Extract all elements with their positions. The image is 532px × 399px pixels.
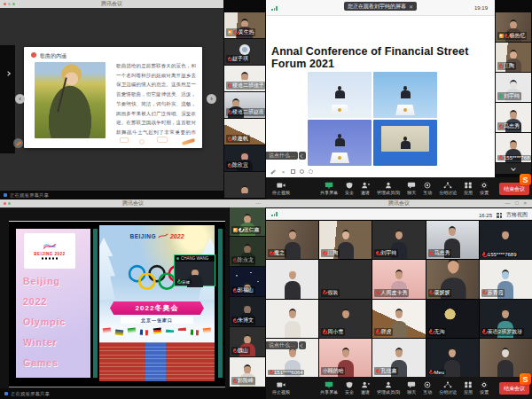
- participant-tile[interactable]: [266, 260, 318, 298]
- collapse-sidebar-button[interactable]: [496, 163, 531, 174]
- participant-tile[interactable]: 周小雪: [319, 300, 372, 338]
- participants-sidebar: 黄生热 赵子琪 楼道二班张子涵 楼道二班赵雨晴 欧趣帆 陈欣宜: [223, 0, 266, 200]
- collapse-chat-button[interactable]: [299, 341, 306, 349]
- presentation-area: 歌曲的内涵 歌曲描绘的是前苏联春天的景色，和一个名叫喀秋莎的姑娘对离开故乡去保卫…: [0, 8, 223, 200]
- participant-tile[interactable]: 张仁鑫: [230, 207, 265, 236]
- participant-tile[interactable]: 英语2班罗敦珍: [480, 300, 532, 338]
- participant-tile[interactable]: 杨热忆: [496, 12, 531, 42]
- annotate-pencil-icon[interactable]: [270, 169, 276, 174]
- mic-muted-icon: [376, 369, 379, 374]
- close-icon[interactable]: ✕: [409, 4, 413, 10]
- mic-muted-icon: [323, 290, 326, 295]
- annotate-close-icon[interactable]: ×: [280, 168, 286, 175]
- apps-button[interactable]: 应用: [464, 182, 473, 196]
- participant-label: 江陶: [497, 62, 516, 70]
- share-note: 正在观看屏幕共享: [10, 192, 49, 199]
- participant-tile[interactable]: 假装: [319, 260, 372, 298]
- participant-tile[interactable]: 康媛媛: [426, 260, 479, 298]
- mic-active-icon: [177, 279, 181, 285]
- participant-tile[interactable]: 楼道二班赵雨晴: [224, 92, 265, 118]
- participant-tile[interactable]: 马志秀: [426, 221, 479, 259]
- grid-view-button[interactable]: 宫格视图: [506, 211, 528, 219]
- participant-tile[interactable]: 人间皮卡秀: [372, 260, 425, 298]
- interaction-button[interactable]: 互动: [423, 381, 432, 395]
- share-screen-button[interactable]: 共享屏幕: [320, 381, 338, 395]
- manage-members-button[interactable]: 管理成员(9): [377, 182, 400, 196]
- participant-label: 郭福山: [231, 286, 255, 294]
- mic-muted-icon: [482, 252, 486, 257]
- interaction-button[interactable]: 互动: [423, 182, 432, 196]
- breakout-rooms-button[interactable]: 分组讨论: [439, 381, 457, 395]
- window-controls[interactable]: — □ ×: [505, 200, 528, 207]
- participant-tile[interactable]: 魏山: [230, 327, 265, 356]
- window-controls[interactable]: [4, 3, 15, 5]
- apps-button[interactable]: 应用: [464, 381, 473, 395]
- stop-video-button[interactable]: 停止视频: [272, 182, 290, 196]
- participant-tile[interactable]: 魔之: [266, 221, 318, 259]
- participant-tile[interactable]: 陈欣宜: [224, 145, 265, 171]
- pencil-icon: [16, 141, 21, 145]
- annotate-laser-icon[interactable]: [300, 169, 304, 174]
- participant-tile[interactable]: 苏青霞: [480, 260, 532, 298]
- collapse-chat-button[interactable]: [299, 152, 306, 160]
- annotate-settings-icon[interactable]: [309, 169, 313, 174]
- participant-label: 宋健: [176, 279, 192, 285]
- window-more-controls[interactable]: ⋯: [255, 200, 262, 207]
- participant-tile[interactable]: 楼道二班张子涵: [224, 66, 265, 91]
- annotate-shape-icon[interactable]: [291, 169, 295, 174]
- participant-tile[interactable]: 欧趣帆: [224, 119, 265, 145]
- participant-tile[interactable]: 陈永龙: [230, 237, 265, 266]
- window-controls[interactable]: [4, 202, 11, 205]
- participant-tile[interactable]: 江陶: [319, 221, 372, 259]
- participant-tile[interactable]: Meu: [426, 339, 479, 377]
- quick-chat-pill[interactable]: 说点什么…: [266, 152, 306, 160]
- settings-button[interactable]: 设置: [480, 182, 489, 196]
- participant-tile[interactable]: 小顾的哈: [319, 339, 372, 377]
- participant-tile[interactable]: 155****7689: [496, 133, 531, 162]
- participants-sidebar: 杨热忆 江陶 刘宇纯 马志秀 155****7689: [495, 0, 532, 177]
- presentation-slide: 歌曲的内涵 歌曲描绘的是前苏联春天的景色，和一个名叫喀秋莎的姑娘对离开故乡去保卫…: [24, 47, 202, 148]
- participant-tile[interactable]: 刘宇纯: [372, 221, 425, 259]
- invite-button[interactable]: 邀请: [361, 381, 370, 395]
- collapsed-panel[interactable]: [0, 45, 15, 153]
- participant-tile[interactable]: 胖虎: [372, 300, 425, 338]
- previous-slide-button[interactable]: ‹: [15, 94, 25, 104]
- annotate-button[interactable]: [13, 138, 23, 148]
- meeting-window-bottom-right: 腾讯会议 — □ × 16:25 宫格视图 魔之 江陶 刘宇纯 马志秀 155*…: [266, 200, 532, 399]
- breakout-icon: [443, 381, 452, 388]
- chat-button[interactable]: 聊天: [407, 381, 416, 395]
- share-status-bar: 正在观看屏幕共享: [0, 388, 229, 399]
- participant-tile[interactable]: [224, 172, 265, 198]
- share-screen-button[interactable]: 共享屏幕: [320, 182, 338, 196]
- floating-speaker-thumbnail[interactable]: CHANG WANG 宋健: [174, 254, 215, 286]
- security-button[interactable]: 安全: [345, 381, 354, 395]
- members-icon: [384, 182, 393, 189]
- participant-tile[interactable]: 江陶: [496, 43, 531, 72]
- decorative-doodle: [157, 137, 168, 143]
- settings-button[interactable]: 设置: [480, 381, 489, 395]
- quick-chat-pill[interactable]: 说点什么…: [266, 341, 306, 349]
- participant-tile[interactable]: 黄生热: [224, 12, 265, 38]
- participant-tile[interactable]: 刘宇纯: [496, 73, 531, 102]
- participant-label: 陈欣宜: [226, 161, 250, 169]
- participant-tile[interactable]: 孔佳鑫: [372, 339, 425, 377]
- participant-tile[interactable]: 郭险峰: [230, 357, 265, 387]
- participant-tile[interactable]: 郭福山: [230, 267, 265, 296]
- network-signal-icon: [271, 212, 278, 216]
- participant-label: Meu: [428, 370, 446, 375]
- mic-muted-icon: [233, 30, 237, 35]
- participant-tile[interactable]: 155****7689: [480, 221, 532, 259]
- manage-members-button[interactable]: 管理成员(9): [377, 381, 400, 395]
- invite-button[interactable]: 邀请: [361, 182, 370, 196]
- security-button[interactable]: 安全: [345, 182, 354, 196]
- participant-tile[interactable]: 赵子琪: [224, 39, 265, 65]
- participant-tile[interactable]: 无淘: [426, 300, 479, 338]
- participant-tile[interactable]: 朱博文: [230, 297, 265, 326]
- participant-tile[interactable]: 马志秀: [496, 103, 531, 132]
- stop-video-button[interactable]: 停止视频: [272, 381, 290, 395]
- participant-tile[interactable]: [480, 339, 532, 377]
- chat-button[interactable]: 聊天: [407, 182, 416, 196]
- breakout-rooms-button[interactable]: 分组讨论: [439, 182, 457, 196]
- participant-tile[interactable]: [266, 300, 318, 338]
- next-slide-button[interactable]: ›: [207, 94, 216, 104]
